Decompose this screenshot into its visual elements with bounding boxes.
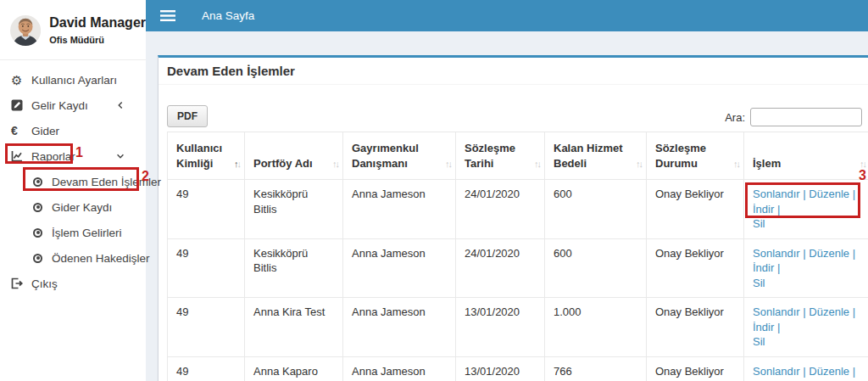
topbar-nav-ana-sayfa[interactable]: Ana Sayfa: [202, 9, 254, 22]
panel-header: Devam Eden İşlemler: [159, 58, 868, 85]
sonlandir-link[interactable]: Sonlandır: [753, 247, 800, 260]
column-header-kalan-hizmet-bedeli[interactable]: Kalan Hizmet Bedeli ↑↓: [545, 132, 647, 180]
pdf-export-button[interactable]: PDF: [167, 105, 208, 127]
column-header-kullanici-kimligi[interactable]: Kullanıcı Kimliği ↑↓: [168, 132, 245, 180]
islemler-table: Kullanıcı Kimliği ↑↓ Portföy Adı ↑↓ Gayr…: [167, 132, 868, 381]
cell-kullanici-kimligi: 49: [168, 180, 245, 239]
search-label: Ara:: [725, 111, 745, 124]
table-search: Ara:: [725, 108, 862, 126]
table-toolbar: PDF Ara:: [167, 93, 868, 127]
sonlandir-link[interactable]: Sonlandır: [753, 188, 800, 200]
cell-portfoy-adi: Kesikköprü Bitlis: [245, 238, 343, 298]
sidebar-menu: ⚙ Kullanıcı Ayarları Gelir Kaydı € Gider…: [0, 67, 146, 296]
sidebar-item-label: Gider: [31, 125, 59, 137]
sonlandir-link[interactable]: Sonlandır: [753, 305, 800, 318]
sidebar-subitem-odenen-hakedisler[interactable]: Ödenen Hakedişler: [0, 245, 146, 271]
sidebar: David Manager Ofis Müdürü ⚙ Kullanıcı Ay…: [0, 0, 146, 381]
cell-kalan-hizmet-bedeli: 600: [545, 180, 647, 239]
sidebar-item-label: Gelir Kaydı: [31, 99, 88, 112]
table-header-row: Kullanıcı Kimliği ↑↓ Portföy Adı ↑↓ Gayr…: [168, 132, 868, 180]
profile-role: Ofis Müdürü: [49, 35, 146, 45]
devam-eden-islemler-panel: Devam Eden İşlemler PDF Ara: Kullanıcı K…: [158, 55, 868, 381]
cell-kalan-hizmet-bedeli: 1.000: [545, 298, 647, 357]
sort-arrows-icon: ↑↓: [636, 158, 642, 171]
user-profile: David Manager Ofis Müdürü: [0, 0, 146, 60]
panel-title: Devam Eden İşlemler: [167, 64, 295, 78]
sidebar-subitem-islem-gelirleri[interactable]: İşlem Gelirleri: [0, 220, 146, 245]
dot-circle-icon: [33, 177, 52, 187]
sort-arrows-icon: ↑↓: [534, 158, 540, 171]
cell-islem: Sonlandır | Düzenle | İndir | Sil: [744, 298, 868, 357]
cell-islem: Sonlandır | Düzenle | İndir | Sil: [744, 238, 868, 298]
dot-circle-icon: [33, 203, 52, 212]
sidebar-item-label: Kullanıcı Ayarları: [31, 74, 117, 87]
table-row: 49 Kesikköprü Bitlis Anna Jameson 24/01/…: [168, 180, 868, 239]
column-header-sozlesme-durumu[interactable]: Sözleşme Durumu ↑↓: [647, 132, 744, 180]
cell-sozlesme-tarihi: 24/01/2020: [456, 238, 545, 298]
table-row: 49 Kesikköprü Bitlis Anna Jameson 24/01/…: [168, 238, 868, 298]
cell-islem: Sonlandır | Düzenle | İndir | Sil: [744, 180, 868, 239]
hamburger-menu-icon[interactable]: [160, 10, 175, 21]
cell-kalan-hizmet-bedeli: 766: [545, 357, 647, 381]
sort-arrows-icon: ↑↓: [445, 158, 451, 171]
cell-sozlesme-tarihi: 24/01/2020: [456, 180, 545, 239]
profile-name: David Manager: [49, 15, 146, 31]
sidebar-subitem-devam-eden-islemler[interactable]: Devam Eden İşlemler: [0, 169, 146, 194]
dot-circle-icon: [33, 254, 52, 263]
column-header-gayrimenkul-danismani[interactable]: Gayrımenkul Danışmanı ↑↓: [343, 132, 456, 180]
sonlandir-link[interactable]: Sonlandır: [753, 365, 800, 378]
sort-arrows-icon: ↑↓: [860, 158, 865, 171]
gear-icon: ⚙: [11, 74, 31, 87]
sort-arrows-icon: ↑↓: [332, 158, 338, 171]
sign-out-icon: [11, 277, 31, 289]
chevron-left-icon: [115, 100, 125, 110]
table-row: 49 Anna Kira Test Anna Jameson 13/01/202…: [168, 298, 868, 357]
indir-link[interactable]: İndir: [753, 261, 774, 274]
cell-kullanici-kimligi: 49: [168, 298, 245, 357]
panel-body: PDF Ara: Kullanıcı Kimliği ↑↓ Portföy Ad…: [159, 85, 868, 381]
sidebar-item-gelir-kaydi[interactable]: Gelir Kaydı: [0, 92, 146, 118]
sidebar-item-label: Devam Eden İşlemler: [52, 176, 161, 188]
sil-link[interactable]: Sil: [753, 277, 765, 289]
duzenle-link[interactable]: Düzenle: [809, 305, 849, 318]
sidebar-item-gider[interactable]: € Gider: [0, 118, 146, 143]
cell-portfoy-adi: Anna Kira Test: [245, 298, 343, 357]
sidebar-item-raporlar[interactable]: Raporlar: [0, 143, 146, 169]
cell-sozlesme-durumu: Onay Bekliyor: [647, 180, 744, 239]
topbar: Ana Sayfa: [146, 0, 868, 31]
table-row: 49 Anna Kaparo Test Anna Jameson 13/01/2…: [168, 357, 868, 381]
sil-link[interactable]: Sil: [753, 217, 765, 230]
cell-sozlesme-tarihi: 13/01/2020: [456, 298, 545, 357]
cell-gayrimenkul-danismani: Anna Jameson: [343, 238, 456, 298]
cell-gayrimenkul-danismani: Anna Jameson: [343, 357, 456, 381]
cell-sozlesme-durumu: Onay Bekliyor: [647, 238, 744, 298]
duzenle-link[interactable]: Düzenle: [809, 188, 849, 200]
duzenle-link[interactable]: Düzenle: [809, 365, 849, 378]
line-chart-icon: [11, 150, 31, 162]
edit-icon: [11, 99, 31, 111]
avatar: [10, 7, 41, 54]
cell-portfoy-adi: Anna Kaparo Test: [245, 357, 343, 381]
column-header-portfoy-adi[interactable]: Portföy Adı ↑↓: [245, 132, 343, 180]
indir-link[interactable]: İndir: [753, 321, 774, 333]
sil-link[interactable]: Sil: [753, 335, 765, 348]
cell-gayrimenkul-danismani: Anna Jameson: [343, 298, 456, 357]
sidebar-item-cikis[interactable]: Çıkış: [0, 271, 146, 296]
sidebar-item-label: Raporlar: [31, 150, 75, 163]
cell-gayrimenkul-danismani: Anna Jameson: [343, 180, 456, 239]
cell-sozlesme-tarihi: 13/01/2020: [456, 357, 545, 381]
sidebar-item-kullanici-ayarlari[interactable]: ⚙ Kullanıcı Ayarları: [0, 67, 146, 92]
search-input[interactable]: [750, 108, 862, 126]
sidebar-item-label: Çıkış: [31, 277, 58, 290]
indir-link[interactable]: İndir: [753, 203, 774, 216]
cell-portfoy-adi: Kesikköprü Bitlis: [245, 180, 343, 239]
sidebar-subitem-gider-kaydi[interactable]: Gider Kaydı: [0, 194, 146, 220]
sidebar-item-label: İşlem Gelirleri: [52, 227, 122, 239]
sort-arrows-icon: ↑↓: [234, 158, 240, 171]
cell-sozlesme-durumu: Onay Bekliyor: [647, 298, 744, 357]
duzenle-link[interactable]: Düzenle: [809, 247, 849, 260]
column-header-sozlesme-tarihi[interactable]: Sözleşme Tarihi ↑↓: [456, 132, 545, 180]
column-header-islem[interactable]: İşlem ↑↓: [744, 132, 868, 180]
cell-sozlesme-durumu: Onay Bekliyor: [647, 357, 744, 381]
chevron-down-icon: [115, 151, 125, 161]
